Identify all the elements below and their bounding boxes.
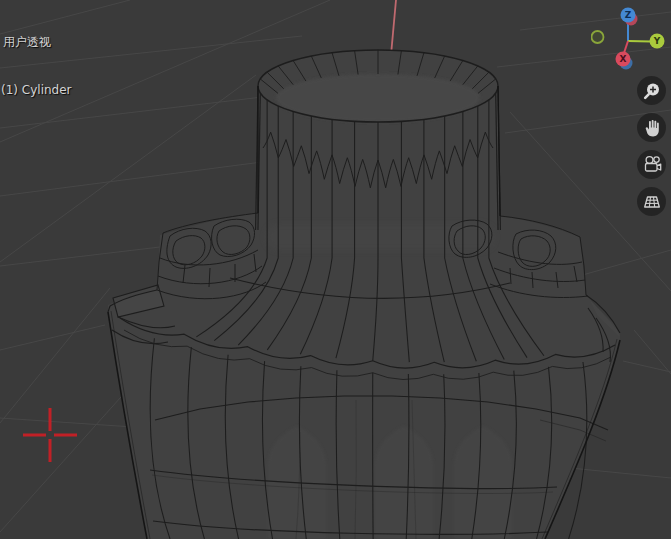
camera-icon <box>638 151 666 179</box>
pan-button[interactable] <box>637 113 666 142</box>
zoom-button[interactable] <box>637 76 666 105</box>
gizmo-axis-lines <box>624 21 651 53</box>
zoom-icon <box>638 77 666 105</box>
axis-x-label: X <box>620 54 627 64</box>
axis-z-label: Z <box>625 10 632 20</box>
axis-y-ball[interactable]: Y <box>650 34 665 49</box>
axis-x-ball[interactable]: X <box>616 52 631 67</box>
hand-icon <box>638 114 666 142</box>
axis-y-label: Y <box>653 36 661 46</box>
scene-canvas <box>0 0 671 539</box>
camera-view-button[interactable] <box>637 150 666 179</box>
grid-plane-icon <box>638 188 666 216</box>
perspective-toggle-button[interactable] <box>637 187 666 216</box>
axis-z-ball[interactable]: Z <box>621 8 636 23</box>
3d-viewport[interactable]: 用户透视 (1) Cylinder Z Y X <box>0 0 671 539</box>
viewport-nav-toolbar <box>637 76 666 216</box>
axis-neg-y-ball[interactable] <box>592 31 604 43</box>
orientation-gizmo[interactable]: Z Y X <box>591 0 671 80</box>
